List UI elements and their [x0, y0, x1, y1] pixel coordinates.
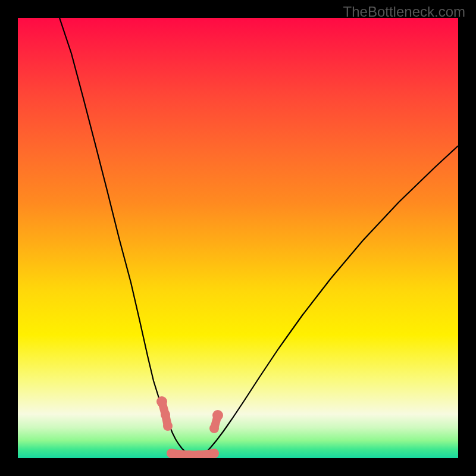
series-left-curve: [60, 18, 187, 453]
marker-left-cluster-top: [156, 396, 167, 407]
watermark-text: TheBottleneck.com: [343, 4, 465, 20]
marker-bottom-6: [209, 449, 219, 458]
marker-right-cluster-top: [212, 410, 223, 421]
marker-group: [156, 396, 223, 458]
curve-group: [60, 18, 458, 455]
curves-svg: [18, 18, 458, 458]
series-right-curve: [205, 146, 458, 453]
marker-bottom-1: [167, 449, 176, 458]
chart-container: TheBottleneck.com: [0, 0, 476, 476]
plot-area: [18, 18, 458, 458]
marker-right-cluster-mid: [209, 424, 219, 433]
marker-left-cluster-mid: [161, 410, 170, 419]
marker-left-cluster-bot: [163, 421, 173, 431]
